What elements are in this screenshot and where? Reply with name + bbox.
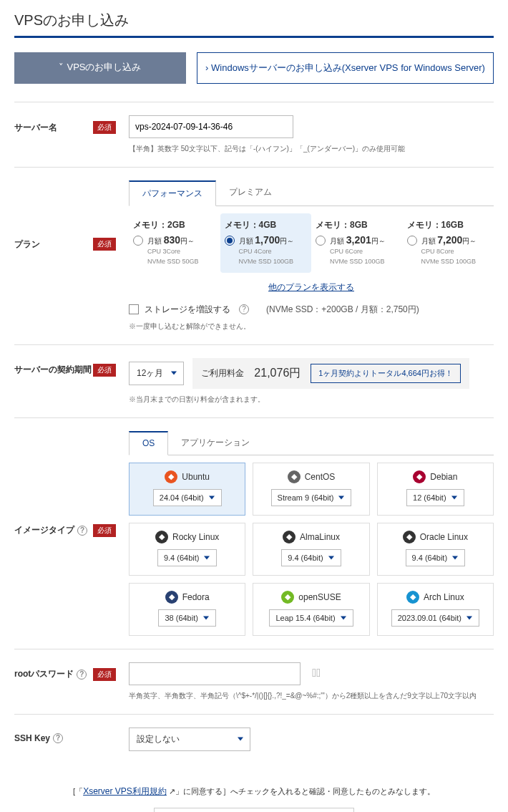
row-server-name: サーバー名必須 【半角】英数字 50文字以下、記号は「-(ハイフン)」「_(アン…: [14, 102, 494, 167]
os-name-label: Rocky Linux: [172, 532, 219, 542]
os-logo-icon: ◆: [165, 470, 177, 483]
plan-option-3[interactable]: メモリ：16GB 月額 7,200円～ CPU 8Core NVMe SSD 1…: [403, 213, 494, 273]
row-ssh: SSH Key? 設定しない: [14, 714, 494, 764]
plan-title: メモリ：4GB: [225, 219, 308, 231]
os-logo-icon: ◆: [281, 591, 294, 604]
subtab-premium[interactable]: プレミアム: [216, 180, 285, 206]
plan-cpu: CPU 4Core: [239, 246, 308, 256]
os-name-label: Ubuntu: [182, 472, 210, 482]
os-logo-icon: ◆: [403, 531, 416, 543]
help-icon[interactable]: ?: [53, 733, 63, 743]
os-name-label: Arch Linux: [424, 592, 464, 602]
tab-windows[interactable]: › Windowsサーバーのお申し込み(Xserver VPS for Wind…: [197, 52, 494, 84]
ssh-select[interactable]: 設定しない: [129, 728, 250, 751]
help-icon[interactable]: ?: [239, 304, 249, 314]
os-logo-icon: ◆: [288, 470, 301, 483]
os-name-label: openSUSE: [298, 592, 341, 602]
eye-slash-icon[interactable]: 👁⃠: [312, 667, 321, 680]
os-logo-icon: ◆: [406, 591, 419, 604]
radio-icon: [316, 236, 326, 246]
os-name-label: AlmaLinux: [300, 532, 340, 542]
external-link-icon: ↗: [167, 787, 175, 796]
os-card-arch-linux[interactable]: ◆Arch Linux 2023.09.01 (64bit): [377, 583, 494, 636]
os-name-label: Fedora: [182, 592, 210, 602]
radio-icon: [133, 236, 143, 246]
os-card-opensuse[interactable]: ◆openSUSE Leap 15.4 (64bit): [253, 583, 369, 636]
required-badge: 必須: [93, 364, 116, 377]
os-version-select[interactable]: 2023.09.01 (64bit): [391, 609, 479, 627]
terms-section: [「Xserver VPS利用規約 ↗」に同意する］へチェックを入れると確認・同…: [14, 764, 494, 812]
os-version-select[interactable]: 9.4 (64bit): [281, 549, 341, 566]
os-logo-icon: ◆: [283, 531, 295, 543]
help-icon[interactable]: ?: [77, 670, 87, 680]
row-image: イメージタイプ?必須 OS アプリケーション ◆Ubuntu 24.04 (64…: [14, 417, 494, 649]
chevron-down-icon: ˅: [59, 62, 64, 72]
os-card-centos[interactable]: ◆CentOS Stream 9 (64bit): [253, 463, 369, 516]
os-card-rocky-linux[interactable]: ◆Rocky Linux 9.4 (64bit): [129, 523, 245, 576]
main-tabs: ˅VPSのお申し込み › Windowsサーバーのお申し込み(Xserver V…: [14, 52, 494, 84]
plan-label: プラン: [14, 238, 40, 251]
more-plans-link[interactable]: 他のプランを表示する: [268, 282, 354, 292]
plan-cpu: CPU 8Core: [421, 246, 490, 256]
plan-caution: ※一度申し込むと解除ができません。: [129, 322, 494, 332]
storage-label: ストレージを増設する: [145, 304, 230, 316]
root-pw-hint: 半角英字、半角数字、半角記号（\^$+-*/|()[]{}.,?!_=&@~%#…: [129, 691, 494, 701]
plan-price: 月額 3,201円～: [330, 234, 386, 246]
server-name-input[interactable]: [129, 115, 293, 138]
plan-ssd: NVMe SSD 100GB: [421, 256, 490, 266]
ssh-label: SSH Key: [14, 733, 50, 743]
plan-title: メモリ：8GB: [316, 219, 399, 231]
required-badge: 必須: [93, 238, 116, 251]
os-version-select[interactable]: 12 (64bit): [406, 489, 464, 506]
os-version-select[interactable]: Leap 15.4 (64bit): [269, 609, 353, 627]
radio-icon: [225, 236, 235, 246]
fee-amount: 21,076円: [254, 366, 301, 381]
plan-option-0[interactable]: メモリ：2GB 月額 830円～ CPU 3Core NVMe SSD 50GB: [129, 213, 220, 273]
os-version-select[interactable]: 24.04 (64bit): [153, 489, 222, 506]
terms-link[interactable]: Xserver VPS利用規約: [83, 786, 167, 796]
os-version-select[interactable]: 9.4 (64bit): [406, 549, 466, 566]
savings-badge: 1ヶ月契約よりトータル4,664円お得！: [311, 364, 461, 383]
plan-price: 月額 1,700円～: [239, 234, 295, 246]
row-root-pw: rootパスワード?必須 👁⃠ 半角英字、半角数字、半角記号（\^$+-*/|(…: [14, 649, 494, 714]
image-label: イメージタイプ: [14, 524, 74, 536]
subtab-performance[interactable]: パフォーマンス: [129, 180, 216, 206]
plan-cpu: CPU 6Core: [330, 246, 399, 256]
os-logo-icon: ◆: [413, 470, 426, 483]
tab-vps[interactable]: ˅VPSのお申し込み: [14, 52, 186, 84]
plan-price: 月額 830円～: [147, 234, 195, 246]
term-select[interactable]: 12ヶ月: [129, 362, 184, 385]
plan-ssd: NVMe SSD 100GB: [239, 256, 308, 266]
os-name-label: CentOS: [305, 472, 336, 482]
subtab-app[interactable]: アプリケーション: [168, 431, 263, 455]
required-badge: 必須: [93, 121, 116, 134]
page-title: VPSのお申し込み: [14, 11, 494, 38]
tab-vps-label: VPSのお申し込み: [67, 62, 141, 72]
root-pw-label: rootパスワード: [14, 668, 74, 680]
os-version-select[interactable]: 38 (64bit): [158, 609, 215, 627]
tab-windows-label: Windowsサーバーのお申し込み(Xserver VPS for Window…: [211, 62, 485, 73]
os-version-select[interactable]: Stream 9 (64bit): [271, 489, 352, 506]
term-note: ※当月末までの日割り料金が含まれます。: [129, 395, 494, 405]
subtab-os[interactable]: OS: [129, 431, 168, 455]
required-badge: 必須: [93, 524, 116, 537]
plan-option-1[interactable]: メモリ：4GB 月額 1,700円～ CPU 4Core NVMe SSD 10…: [220, 213, 312, 273]
plan-subtabs: パフォーマンス プレミアム: [129, 180, 494, 206]
help-icon[interactable]: ?: [77, 526, 87, 536]
os-card-debian[interactable]: ◆Debian 12 (64bit): [377, 463, 494, 516]
required-badge: 必須: [93, 668, 116, 681]
plan-price: 月額 7,200円～: [421, 234, 477, 246]
os-card-fedora[interactable]: ◆Fedora 38 (64bit): [129, 583, 245, 636]
root-password-input[interactable]: [129, 662, 301, 685]
storage-checkbox[interactable]: [129, 304, 139, 314]
image-subtabs: OS アプリケーション: [129, 431, 494, 455]
os-card-almalinux[interactable]: ◆AlmaLinux 9.4 (64bit): [253, 523, 369, 576]
os-version-select[interactable]: 9.4 (64bit): [157, 549, 218, 566]
arrow-right-icon: ›: [205, 62, 211, 73]
plan-cpu: CPU 3Core: [147, 246, 216, 256]
plan-title: メモリ：16GB: [407, 219, 490, 231]
plan-option-2[interactable]: メモリ：8GB 月額 3,201円～ CPU 6Core NVMe SSD 10…: [311, 213, 403, 273]
os-card-oracle-linux[interactable]: ◆Oracle Linux 9.4 (64bit): [377, 523, 494, 576]
server-name-hint: 【半角】英数字 50文字以下、記号は「-(ハイフン)」「_(アンダーバー)」のみ…: [129, 144, 494, 154]
os-card-ubuntu[interactable]: ◆Ubuntu 24.04 (64bit): [129, 463, 245, 516]
